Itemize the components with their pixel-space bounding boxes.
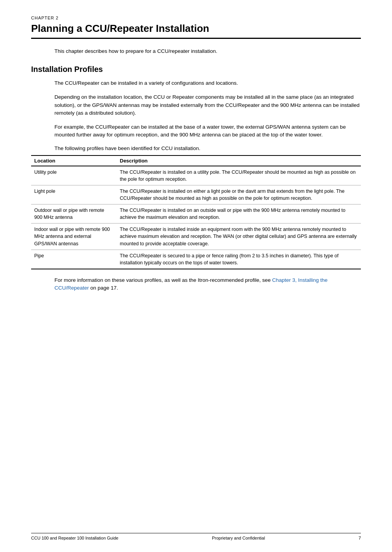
table-row: PipeThe CCU/Repeater is secured to a pip… — [31, 250, 361, 269]
table-cell-location: Indoor wall or pipe with remote 900 MHz … — [31, 224, 117, 250]
chapter-label: Chapter 2 — [31, 16, 361, 20]
footer-right-text: 7 — [359, 536, 361, 540]
table-row: Utility poleThe CCU/Repeater is installe… — [31, 166, 361, 185]
footer-text-after: on page 17. — [89, 285, 118, 291]
table-row: Indoor wall or pipe with remote 900 MHz … — [31, 224, 361, 250]
chapter-title: Planning a CCU/Repeater Installation — [31, 23, 361, 35]
col-header-description: Description — [117, 155, 361, 166]
paragraph-2: Depending on the installation location, … — [54, 93, 361, 117]
table-row: Light poleThe CCU/Repeater is installed … — [31, 185, 361, 204]
page: Chapter 2 Planning a CCU/Repeater Instal… — [0, 0, 392, 552]
table-cell-location: Pipe — [31, 250, 117, 269]
table-cell-description: The CCU/Repeater is installed on either … — [117, 185, 361, 204]
footer-left-text: CCU 100 and Repeater 100 Installation Gu… — [31, 536, 118, 540]
footer-text-before: For more information on these various pr… — [54, 277, 272, 283]
title-rule — [31, 38, 361, 39]
table-cell-location: Outdoor wall or pipe with remote 900 MHz… — [31, 204, 117, 224]
table-row: Outdoor wall or pipe with remote 900 MHz… — [31, 204, 361, 224]
table-cell-location: Light pole — [31, 185, 117, 204]
profiles-label: The following profiles have been identif… — [54, 145, 361, 151]
paragraph-3: For example, the CCU/Repeater can be ins… — [54, 123, 361, 139]
table-cell-description: The CCU/Repeater is installed inside an … — [117, 224, 361, 250]
page-footer: CCU 100 and Repeater 100 Installation Gu… — [31, 533, 361, 540]
table-cell-description: The CCU/Repeater is installed on a utili… — [117, 166, 361, 185]
table-cell-location: Utility pole — [31, 166, 117, 185]
col-header-location: Location — [31, 155, 117, 166]
table-cell-description: The CCU/Repeater is secured to a pipe or… — [117, 250, 361, 269]
intro-text: This chapter describes how to prepare fo… — [54, 48, 361, 54]
footer-center-text: Proprietary and Confidential — [118, 536, 358, 540]
section-title: Installation Profiles — [31, 65, 361, 74]
table-cell-description: The CCU/Repeater is installed on an outs… — [117, 204, 361, 224]
paragraph-1: The CCU/Repeater can be installed in a v… — [54, 79, 361, 87]
footer-paragraph: For more information on these various pr… — [54, 276, 361, 292]
profiles-table: Location Description Utility poleThe CCU… — [31, 155, 361, 269]
